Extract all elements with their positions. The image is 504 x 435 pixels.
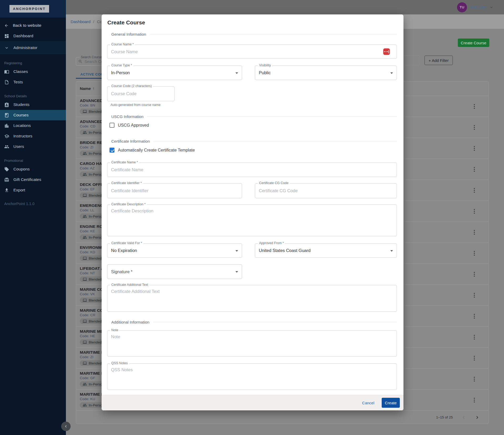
topbar: TU Test User [66,0,504,14]
course-type-badge: Blended [80,318,105,324]
column-header-name[interactable]: Name [80,86,91,91]
course-type-badge: Blended [80,339,105,345]
user-name[interactable]: Test User [470,5,486,9]
sidebar-item[interactable]: Classes [0,66,66,77]
sidebar-item-label: Dashboard [13,34,33,38]
course-type-select[interactable]: Course Type * In-Person [107,66,242,80]
sidebar-item-icon [4,80,9,85]
certificate-name-label: Certificate Name * [110,160,139,164]
row-actions-kebab-icon[interactable] [471,250,478,257]
pagination-next-icon[interactable] [474,415,480,420]
sidebar-item[interactable]: Instructors [0,131,66,141]
uscg-approved-checkbox[interactable]: USCG Approved [109,123,149,128]
add-filter-button[interactable]: + Add Filter [424,56,453,65]
certificate-additional-text-textarea[interactable]: Certificate Additional Text Certificate … [107,285,397,312]
course-type-icon [83,193,87,197]
row-actions-kebab-icon[interactable] [471,375,478,383]
course-name-field[interactable]: Course Name * Course Name [107,45,397,59]
sidebar-item[interactable]: Students [0,99,66,110]
create-button[interactable]: Create [382,398,400,408]
checkbox-checked-icon[interactable] [109,148,114,153]
course-code-helper: Auto-generated from course name [111,103,160,107]
row-actions-kebab-icon[interactable] [471,145,478,152]
row-actions-kebab-icon[interactable] [471,229,478,236]
certificate-cg-code-label: Certificate CG Code [258,181,290,185]
certificate-valid-for-select[interactable]: Certificate Valid For * No Expiration [107,243,242,258]
sidebar-item-icon [4,123,9,128]
auto-create-certificate-checkbox[interactable]: Automatically Create Certificate Templat… [109,148,195,153]
collapse-chevron-icon [64,424,68,429]
sidebar-item[interactable]: Coupons [0,164,66,174]
sidebar-item[interactable]: School Details [0,93,66,99]
sidebar-item[interactable]: Export [0,185,66,195]
certificate-valid-for-value: No Expiration [111,248,137,253]
certificate-cg-code-placeholder: Certificate CG Code [259,188,298,193]
course-type-label: Blended [89,110,102,114]
row-actions-kebab-icon[interactable] [471,292,478,299]
row-actions-kebab-icon[interactable] [471,124,478,131]
password-manager-icon[interactable] [383,49,390,55]
row-actions-kebab-icon[interactable] [471,334,478,341]
sidebar-item-label: Tests [13,80,23,84]
qss-notes-textarea[interactable]: QSS Notes QSS Notes [107,363,397,390]
visibility-select[interactable]: Visibility Public [255,66,397,80]
checkbox-unchecked-icon[interactable] [109,123,114,128]
pagination-previous-icon[interactable] [461,415,466,420]
certificate-identifier-field[interactable]: Certificate Identifier * Certificate Ide… [107,183,242,198]
row-actions-kebab-icon[interactable] [471,313,478,320]
row-actions-kebab-icon[interactable] [471,355,478,362]
approved-from-label: Approved From * [258,241,285,245]
section-additional-information: Additional Information [111,320,397,324]
course-code-placeholder: Course Code [111,91,136,96]
sidebar-item[interactable]: Tests [0,77,66,87]
certificate-description-textarea[interactable]: Certificate Description * Certificate De… [107,205,397,236]
sidebar-item-icon [4,113,9,118]
row-actions-kebab-icon[interactable] [471,166,478,173]
sidebar-item[interactable]: Locations [0,120,66,131]
sidebar-item-icon [4,34,9,39]
user-menu-chevron-down-icon[interactable] [489,5,494,9]
breadcrumb-dashboard-link[interactable]: Dashboard [71,19,91,24]
signature-select[interactable]: Signature * [107,264,242,279]
sidebar-item[interactable]: Registering [0,60,66,66]
sidebar-item-icon [4,69,9,74]
sidebar-collapse-button[interactable] [61,422,71,431]
course-code-field[interactable]: Course Code (2 characters) Course Code [107,86,175,101]
sidebar-item-label: Administrator [13,45,37,50]
course-type-icon [83,340,87,344]
sort-ascending-icon[interactable] [92,86,94,91]
row-actions-kebab-icon[interactable] [471,396,478,404]
anchorpoint-logo[interactable]: ANCHORPOINT [9,5,49,13]
sidebar-item[interactable]: Courses [0,110,66,120]
note-textarea[interactable]: Note Note [107,330,397,357]
course-type-badge: Blended [80,297,105,303]
certificate-name-field[interactable]: Certificate Name * Certificate Name [107,163,397,177]
cancel-button[interactable]: Cancel [362,401,374,405]
sidebar-item-label: Locations [13,123,31,128]
certificate-name-placeholder: Certificate Name [111,167,143,172]
sidebar-item[interactable]: Dashboard [0,31,66,41]
approved-from-select[interactable]: Approved From * United States Coast Guar… [255,243,397,258]
row-actions-kebab-icon[interactable] [471,271,478,278]
course-type-badge: Blended [80,276,105,282]
create-course-button[interactable]: Create Course [458,39,489,47]
row-actions-kebab-icon[interactable] [471,208,478,215]
row-actions-kebab-icon[interactable] [471,103,478,110]
row-actions-kebab-icon[interactable] [471,187,478,194]
sidebar-item[interactable]: Administrator [0,41,66,54]
signature-label: Signature * [111,269,133,274]
course-code-label: Course Code (2 characters) [110,84,153,88]
sidebar-item[interactable]: Promotional [0,157,66,164]
user-avatar[interactable]: TU [457,2,467,12]
sidebar-menu: Dashboard Administrator Registering Clas… [0,31,66,195]
sidebar-item[interactable]: Users [0,141,66,152]
back-to-website-link[interactable]: Back to website [0,20,66,31]
certificate-additional-text-placeholder: Certificate Additional Text [111,289,160,294]
sidebar-item[interactable]: Gift Certificates [0,174,66,185]
sidebar: ANCHORPOINT Back to website Dashboard Ad… [0,0,66,435]
uscg-approved-label: USCG Approved [118,123,149,128]
sidebar-item-icon [4,188,9,193]
sidebar-item-label: Instructors [13,134,32,138]
sidebar-item-label: Courses [13,113,29,117]
certificate-cg-code-field[interactable]: Certificate CG Code Certificate CG Code [255,183,397,198]
